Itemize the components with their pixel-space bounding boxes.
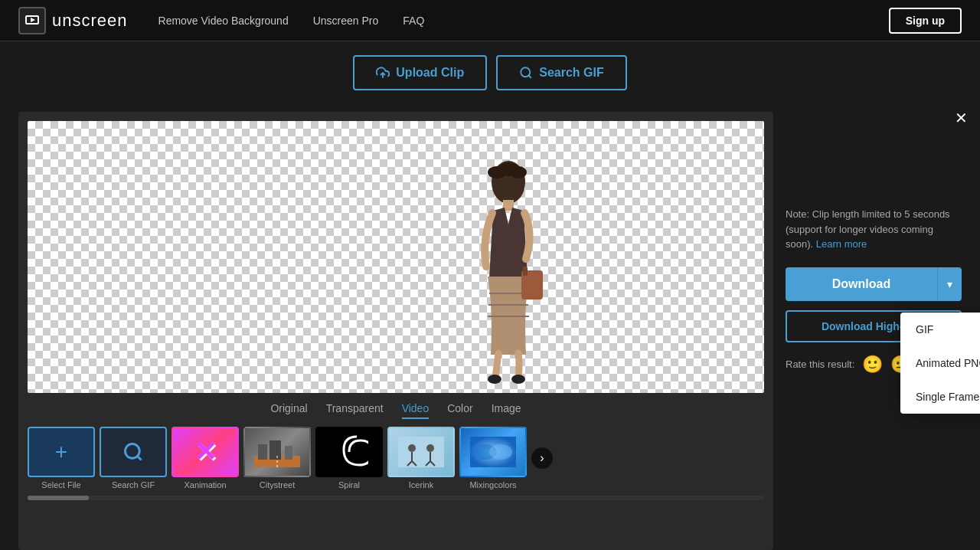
svg-line-15 <box>137 456 141 460</box>
search-icon <box>519 66 533 80</box>
download-button[interactable]: Download <box>786 267 937 301</box>
search-gif-button[interactable]: Search GIF <box>496 55 626 90</box>
svg-point-12 <box>488 375 501 384</box>
tab-original[interactable]: Original <box>270 402 307 419</box>
plus-icon: + <box>55 440 67 464</box>
thumb-select-file-item: + Select File <box>28 427 95 489</box>
scrollbar-thumb <box>28 496 89 500</box>
download-row: Download ▾ <box>786 267 962 301</box>
navbar: unscreen Remove Video Background Unscree… <box>0 0 980 41</box>
scrollbar-area[interactable] <box>28 496 764 500</box>
svg-rect-18 <box>270 440 281 460</box>
svg-line-4 <box>529 75 531 77</box>
close-button[interactable]: ✕ <box>955 109 968 127</box>
xanimation-label: Xanimation <box>184 480 226 489</box>
select-file-label: Select File <box>41 480 80 489</box>
svg-marker-1 <box>31 18 35 22</box>
thumbs-up-icon[interactable]: 🙂 <box>862 355 883 375</box>
dropdown-menu: GIF Animated PNG Single Frames <box>900 313 980 414</box>
nav-pro[interactable]: Unscreen Pro <box>313 15 379 27</box>
tab-video[interactable]: Video <box>402 402 430 419</box>
svg-point-14 <box>126 444 140 459</box>
svg-rect-19 <box>285 446 292 460</box>
svg-point-8 <box>510 166 527 178</box>
tab-image[interactable]: Image <box>492 402 521 419</box>
thumb-icerink-item: Icerink <box>387 427 455 489</box>
logo-text: unscreen <box>52 11 128 31</box>
dropdown-item-gif[interactable]: GIF <box>900 313 980 346</box>
citystreet-label: Citystreet <box>260 480 295 489</box>
thumb-xanimation-item: ✕ Xanimation <box>172 427 239 489</box>
spiral-icon <box>330 433 368 471</box>
search-gif-thumb[interactable] <box>100 427 167 477</box>
svg-point-26 <box>426 444 434 452</box>
nav-faq[interactable]: FAQ <box>403 15 424 27</box>
main-content: Original Transparent Video Color Image +… <box>0 103 980 550</box>
download-dropdown-button[interactable]: ▾ <box>937 267 962 301</box>
search-gif-icon <box>122 441 144 463</box>
dropdown-item-apng[interactable]: Animated PNG <box>900 346 980 380</box>
tab-color[interactable]: Color <box>447 402 472 419</box>
svg-rect-11 <box>523 267 528 276</box>
logo-icon <box>18 7 46 34</box>
icerink-icon <box>398 437 444 467</box>
video-panel: Original Transparent Video Color Image +… <box>18 112 773 550</box>
spiral-thumb[interactable] <box>315 427 383 477</box>
upload-icon <box>376 66 390 80</box>
thumb-search-gif-item: Search GIF <box>100 427 167 489</box>
dropdown-item-frames[interactable]: Single Frames <box>900 380 980 414</box>
thumb-mixingcolors-item: Mixingcolors <box>459 427 527 489</box>
dropdown-arrow-icon: ▾ <box>947 278 952 290</box>
learn-more-link[interactable]: Learn more <box>816 238 867 250</box>
mixingcolors-icon <box>470 437 516 467</box>
person-figure <box>459 156 558 385</box>
svg-point-3 <box>521 67 530 77</box>
svg-point-13 <box>511 375 525 384</box>
spiral-label: Spiral <box>338 480 360 489</box>
thumb-citystreet-item: Citystreet <box>243 427 311 489</box>
xanimation-thumb[interactable]: ✕ <box>172 427 239 477</box>
nav-links: Remove Video Background Unscreen Pro FAQ <box>158 15 889 27</box>
preview-area <box>28 121 764 393</box>
note-text: Note: Clip length limited to 5 seconds (… <box>786 115 962 252</box>
svg-point-32 <box>489 444 512 460</box>
bg-thumbs: + Select File Search GIF ✕ Xa <box>28 427 764 489</box>
svg-rect-17 <box>258 444 267 460</box>
logo[interactable]: unscreen <box>18 7 128 34</box>
mixingcolors-label: Mixingcolors <box>469 480 516 489</box>
mixingcolors-thumb[interactable] <box>459 427 527 477</box>
x-mark-icon: ✕ <box>194 436 217 468</box>
select-file-thumb[interactable]: + <box>28 427 95 477</box>
tab-transparent[interactable]: Transparent <box>326 402 384 419</box>
citystreet-thumb[interactable] <box>243 427 311 477</box>
upload-clip-button[interactable]: Upload Clip <box>353 55 487 90</box>
top-buttons: Upload Clip Search GIF <box>0 41 980 103</box>
nav-remove-bg[interactable]: Remove Video Background <box>158 15 289 27</box>
thumb-next-button[interactable]: › <box>531 447 553 469</box>
citystreet-icon <box>254 437 300 467</box>
tabs: Original Transparent Video Color Image <box>28 393 764 427</box>
icerink-label: Icerink <box>409 480 433 489</box>
signup-button[interactable]: Sign up <box>889 8 962 34</box>
search-gif-label: Search GIF <box>112 480 155 489</box>
svg-point-22 <box>408 444 416 452</box>
right-panel: ✕ Note: Clip length limited to 5 seconds… <box>786 112 962 550</box>
rate-text: Rate this result: <box>786 358 854 370</box>
svg-rect-21 <box>398 437 444 467</box>
icerink-thumb[interactable] <box>387 427 455 477</box>
thumb-spiral-item: Spiral <box>315 427 383 489</box>
